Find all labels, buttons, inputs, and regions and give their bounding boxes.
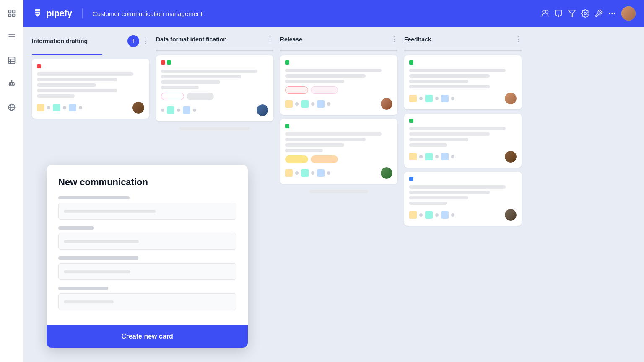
card-avatar-2 [257,104,268,116]
footer-icon-4a3 [441,95,449,102]
form-input-placeholder-4 [64,300,114,303]
footer-dot-3b1 [295,171,299,175]
form-input-1[interactable] [58,203,236,220]
sidebar [0,0,23,362]
footer-icon-4b1 [409,153,417,160]
footer-icon-3b1 [285,169,293,177]
card-footer-1 [37,102,144,114]
column-header-3: Release ⋮ [280,35,397,46]
tag-3a2 [311,86,338,94]
footer-dot-1b [63,106,66,109]
sidebar-icon-grid[interactable] [5,7,18,20]
footer-dot-4b2 [435,155,439,158]
card-avatar-4a [505,93,517,104]
footer-dot-2a [161,109,164,112]
form-input-4[interactable] [58,293,236,310]
svg-point-15 [11,81,12,82]
modal-body: New communication [47,165,248,325]
card-tags-3a [285,86,392,94]
sidebar-icon-robot[interactable] [5,77,18,90]
card-3b [280,119,397,184]
column-bar-2 [156,50,273,51]
card-icons-4a [409,95,454,102]
header-title: Customer communication management [93,10,534,17]
wrench-icon[interactable] [595,9,603,18]
column-menu-4[interactable]: ⋮ [515,35,522,43]
svg-point-26 [611,13,613,14]
header-more-icon[interactable] [608,9,616,18]
column-add-button-1[interactable]: + [127,35,139,47]
user-avatar-header[interactable] [621,6,636,21]
footer-dot-4c3 [451,213,454,217]
column-menu-2[interactable]: ⋮ [267,35,273,43]
card-dot-1 [37,64,41,68]
settings-icon[interactable] [581,9,589,18]
sidebar-icon-globe[interactable] [5,101,18,114]
card-line-4ab [409,74,490,78]
card-line-1a [37,72,133,76]
form-input-3[interactable] [58,263,236,280]
footer-icon-3a1 [285,100,293,108]
card-line-4cb [409,191,490,194]
card-4a [404,55,522,109]
footer-icon-4b3 [441,153,449,160]
card-line-3ac [285,80,344,83]
form-input-2[interactable] [58,233,236,250]
card-2 [156,55,273,121]
footer-dot-4c1 [419,213,423,217]
avatar-face-3a [381,98,392,110]
card-avatar-1 [132,102,144,114]
card-footer-4c [409,209,517,221]
footer-icon-4c1 [409,211,417,219]
card-avatar-4c [505,209,517,221]
column-header-2: Data format identification ⋮ [156,35,273,46]
column-header-4: Feedback ⋮ [404,35,522,46]
svg-point-24 [584,13,587,15]
svg-point-21 [543,10,545,13]
user-avatar-face [621,6,636,21]
header-divider [82,8,83,18]
card-4c [404,172,522,226]
form-input-placeholder-2 [64,240,139,243]
footer-icon-3a3 [317,100,325,108]
footer-dot-4a1 [419,97,423,100]
column-menu-1[interactable]: ⋮ [143,37,149,45]
form-label-4 [58,287,108,290]
card-line-4bb [409,132,490,136]
card-line-4bd [409,143,447,147]
users-icon[interactable] [541,9,549,18]
logo: pipefy [32,8,72,19]
avatar-face-4c [505,209,517,221]
footer-dot-4b3 [451,155,454,158]
svg-point-13 [12,84,13,85]
tag-3b1 [285,155,308,163]
logo-text: pipefy [46,8,72,19]
column-header-1: Information drafting + ⋮ [32,35,149,49]
footer-dot-4c2 [435,213,439,217]
create-new-card-button[interactable]: Create new card [58,333,236,340]
footer-icon-2a [167,106,174,114]
export-icon[interactable] [554,9,563,18]
footer-icon-1b [53,104,60,111]
form-group-1 [58,196,236,220]
form-group-2 [58,226,236,250]
card-line-3bd [285,149,323,152]
footer-dot-3a3 [327,102,330,106]
card-icons-1 [37,104,82,111]
column-menu-3[interactable]: ⋮ [391,35,397,43]
sidebar-icon-table[interactable] [5,54,18,67]
column-title-1: Information drafting [32,38,124,44]
card-tags-3b [285,155,392,163]
svg-rect-0 [8,10,11,13]
card-line-4ac [409,80,468,83]
column-bar-1 [32,54,102,55]
filter-icon[interactable] [568,9,576,18]
form-input-placeholder-1 [64,210,156,213]
card-tags-2 [161,93,268,100]
sidebar-icon-list[interactable] [5,30,18,44]
new-card-modal: New communication [47,165,248,348]
svg-rect-7 [8,57,15,64]
card-avatar-3b [381,167,392,179]
footer-dot-3b2 [311,171,314,175]
form-label-3 [58,256,138,260]
